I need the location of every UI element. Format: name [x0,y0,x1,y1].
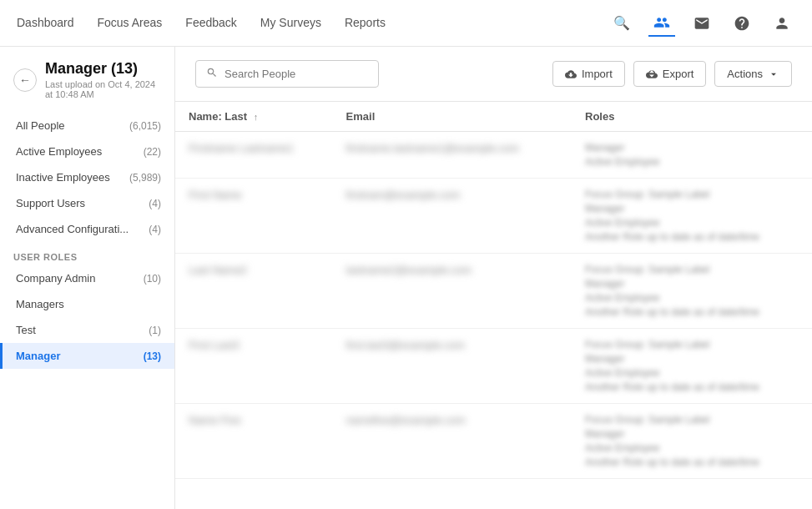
column-email[interactable]: Email [333,102,572,132]
cell-name: First Last3 [175,329,333,404]
sidebar-header: ← Manager (13) Last upload on Oct 4, 202… [0,60,174,113]
table-row: Name Fivenamefive@example.comFocus Group… [175,404,812,479]
nav-focus-areas[interactable]: Focus Areas [98,16,163,31]
search-box[interactable] [195,60,379,88]
cell-roles: ManagerActive Employee [572,132,812,179]
actions-label: Actions [727,68,763,80]
cell-email: firstname.lastname1@example.com [333,132,572,179]
cell-name: First Name [175,179,333,254]
export-button[interactable]: Export [633,61,707,87]
sidebar-item-count: (4) [149,224,161,235]
sidebar-item-label: All People [16,119,65,132]
sidebar-item-count: (6,015) [129,120,161,132]
sidebar-item-count: (1) [149,325,161,336]
person-name: Last Name2 [189,264,247,276]
role-tag: Focus Group: Sample Label [585,264,799,275]
sidebar-item-manager[interactable]: Manager (13) [0,343,174,369]
role-tag: Active Employee [585,442,799,454]
role-tag: Another Role up to date as of date/time [585,381,799,393]
content-area: Import Export Actions Name: Last [175,47,812,509]
role-tag: Manager [585,203,799,214]
user-roles-section-label: User Roles [0,242,174,265]
top-nav: Dashboard Focus Areas Feedback My Survey… [0,0,812,47]
sidebar-item-label: Support Users [16,197,85,209]
person-email: firstnam@example.com [346,189,461,201]
cell-name: Name Five [175,404,333,479]
sidebar-item-support-users[interactable]: Support Users (4) [0,190,174,216]
cell-email: firstnam@example.com [333,179,572,254]
header-actions: Import Export Actions [552,61,792,87]
sidebar-title-block: Manager (13) Last upload on Oct 4, 2024 … [45,60,161,99]
help-nav-button[interactable] [729,10,755,37]
role-tag: Manager [585,428,799,440]
role-tag: Another Role up to date as of date/time [585,456,799,468]
cell-roles: Focus Group: Sample LabelManagerActive E… [572,254,812,329]
person-nav-button[interactable] [769,10,795,37]
role-tag: Another Role up to date as of date/time [585,231,799,243]
sidebar-item-active-employees[interactable]: Active Employees (22) [0,139,174,164]
nav-dashboard[interactable]: Dashboard [17,16,74,31]
people-nav-button[interactable] [648,10,675,37]
person-name: Firstname Lastname1 [189,142,294,154]
sidebar-item-label: Active Employees [16,145,102,158]
role-tag: Manager [585,142,799,154]
person-name: First Name [189,189,242,201]
sidebar-item-managers[interactable]: Managers [0,291,174,317]
sidebar-item-advanced-config[interactable]: Advanced Configurati... (4) [0,216,174,242]
export-label: Export [663,68,694,80]
nav-my-surveys[interactable]: My Surveys [260,16,321,31]
actions-button[interactable]: Actions [714,61,792,87]
cell-email: lastname2@example.com [333,254,572,329]
table-row: First Namefirstnam@example.comFocus Grou… [175,179,812,254]
sidebar-item-inactive-employees[interactable]: Inactive Employees (5,989) [0,164,174,190]
sidebar-subtitle: Last upload on Oct 4, 2024 at 10:48 AM [45,79,161,99]
person-name: Name Five [189,414,241,426]
mail-nav-button[interactable] [688,10,715,37]
cell-roles: Focus Group: Sample LabelManagerActive E… [572,404,812,479]
cell-name: Firstname Lastname1 [175,132,333,179]
table-row: Firstname Lastname1firstname.lastname1@e… [175,132,812,179]
cell-email: namefive@example.com [333,404,572,479]
column-roles[interactable]: Roles [572,102,812,132]
role-tag: Manager [585,353,799,365]
table-row: First Last3first.last3@example.comFocus … [175,329,812,404]
people-table: Name: Last ↑ Email Roles Firstname Lastn… [175,102,812,479]
sidebar-item-count: (13) [144,350,161,362]
sidebar-item-all-people[interactable]: All People (6,015) [0,113,174,139]
role-tag: Active Employee [585,292,799,304]
main-layout: ← Manager (13) Last upload on Oct 4, 202… [0,47,812,509]
cell-email: first.last3@example.com [333,329,572,404]
cell-name: Last Name2 [175,254,333,329]
column-roles-label: Roles [585,110,614,123]
cell-roles: Focus Group: Sample LabelManagerActive E… [572,179,812,254]
content-header: Import Export Actions [175,47,812,102]
sidebar-item-label: Test [16,324,36,336]
person-email: firstname.lastname1@example.com [346,142,520,154]
sidebar-item-company-admin[interactable]: Company Admin (10) [0,265,174,291]
sidebar-title: Manager (13) [45,60,161,78]
person-email: namefive@example.com [346,414,466,426]
sidebar-item-test[interactable]: Test (1) [0,317,174,343]
nav-icons: 🔍 [608,10,795,37]
search-nav-button[interactable]: 🔍 [608,10,635,37]
sidebar-item-count: (10) [144,273,161,285]
nav-links: Dashboard Focus Areas Feedback My Survey… [17,16,386,31]
column-email-label: Email [346,110,376,123]
column-name[interactable]: Name: Last ↑ [175,102,333,132]
sidebar-item-label: Managers [16,298,64,310]
nav-feedback[interactable]: Feedback [185,16,236,31]
nav-reports[interactable]: Reports [345,16,386,31]
sort-asc-icon: ↑ [254,112,259,122]
role-tag: Active Employee [585,217,799,229]
column-name-label: Name: Last [189,110,247,123]
back-button[interactable]: ← [13,68,37,92]
sidebar-item-label: Advanced Configurati... [16,223,129,235]
table-area: Name: Last ↑ Email Roles Firstname Lastn… [175,102,812,509]
search-input[interactable] [224,68,368,80]
person-email: first.last3@example.com [346,339,466,351]
role-tag: Manager [585,278,799,290]
sidebar-item-count: (5,989) [129,172,161,184]
role-tag: Active Employee [585,367,799,379]
import-button[interactable]: Import [552,61,625,87]
role-tag: Focus Group: Sample Label [585,339,799,350]
